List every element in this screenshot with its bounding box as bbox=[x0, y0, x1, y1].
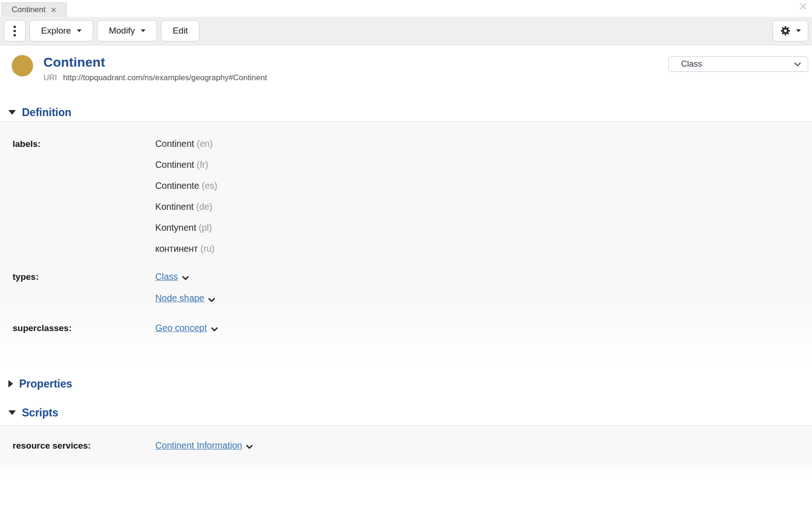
uri-label: URI bbox=[43, 73, 57, 82]
language-tag: (ru) bbox=[200, 243, 214, 254]
edit-button[interactable]: Edit bbox=[161, 20, 200, 42]
field-label: types: bbox=[13, 266, 155, 287]
link-continent-information[interactable]: Continent Information bbox=[155, 440, 242, 450]
tab-close-icon[interactable]: × bbox=[51, 5, 56, 14]
tab-bar: Continent × × bbox=[0, 0, 812, 17]
field-label: resource services: bbox=[13, 435, 155, 456]
section-body-definition: labels: Continent (en) Continent (fr) Co… bbox=[0, 121, 812, 368]
uri-value: http://topquadrant.com/ns/examples/geogr… bbox=[63, 73, 267, 82]
section-header-properties[interactable]: Properties bbox=[0, 375, 812, 393]
toolbar: Explore Modify Edit bbox=[0, 17, 812, 45]
explore-button-label: Explore bbox=[41, 26, 71, 36]
section-header-scripts[interactable]: Scripts bbox=[0, 404, 812, 422]
resource-service-value: Continent Information bbox=[155, 435, 812, 457]
explore-button[interactable]: Explore bbox=[29, 20, 93, 42]
field-row-labels: labels: Continent (en) Continent (fr) Co… bbox=[0, 133, 812, 259]
resource-avatar bbox=[12, 55, 33, 76]
language-tag: (es) bbox=[202, 180, 218, 191]
chevron-down-icon[interactable] bbox=[246, 436, 253, 457]
link-class[interactable]: Class bbox=[155, 271, 178, 282]
resource-type-select-value: Class bbox=[681, 59, 702, 69]
label-value: континент (ru) bbox=[155, 238, 812, 259]
tab-continent[interactable]: Continent × bbox=[1, 2, 67, 17]
label-value: Kontynent (pl) bbox=[155, 217, 812, 238]
language-tag: (en) bbox=[197, 138, 213, 149]
caret-down-icon bbox=[141, 29, 145, 32]
modify-button[interactable]: Modify bbox=[97, 20, 157, 42]
caret-down-icon bbox=[796, 29, 801, 32]
field-label: superclasses: bbox=[13, 318, 155, 339]
chevron-down-icon[interactable] bbox=[182, 267, 189, 288]
section-title-definition: Definition bbox=[22, 106, 71, 119]
modify-button-label: Modify bbox=[109, 26, 135, 36]
kebab-menu-button[interactable] bbox=[4, 20, 26, 42]
section-title-properties: Properties bbox=[19, 378, 72, 390]
caret-down-icon bbox=[77, 29, 82, 32]
edit-button-label: Edit bbox=[172, 26, 188, 36]
section-title-scripts: Scripts bbox=[22, 407, 58, 419]
chevron-down-icon bbox=[794, 62, 801, 67]
label-value: Continent (fr) bbox=[155, 154, 812, 175]
field-row-resource-services: resource services: Continent Information bbox=[0, 435, 812, 457]
language-tag: (pl) bbox=[199, 222, 212, 233]
link-geo-concept[interactable]: Geo concept bbox=[155, 323, 207, 333]
triangle-down-icon bbox=[8, 410, 16, 415]
gear-icon bbox=[780, 25, 791, 36]
link-node-shape[interactable]: Node shape bbox=[155, 293, 204, 303]
language-tag: (fr) bbox=[197, 159, 208, 170]
language-tag: (de) bbox=[196, 201, 213, 212]
chevron-down-icon[interactable] bbox=[208, 289, 215, 310]
field-row-types: types: Class Node shape bbox=[0, 266, 812, 310]
field-row-superclasses: superclasses: Geo concept bbox=[0, 318, 812, 339]
tab-label: Continent bbox=[12, 5, 46, 14]
resource-type-select[interactable]: Class bbox=[668, 56, 808, 72]
field-label: labels: bbox=[13, 133, 155, 154]
resource-header: Continent URIhttp://topquadrant.com/ns/e… bbox=[0, 45, 812, 104]
type-value: Class bbox=[155, 266, 812, 288]
uri-row: URIhttp://topquadrant.com/ns/examples/ge… bbox=[43, 73, 267, 83]
type-value: Node shape bbox=[155, 288, 812, 309]
section-header-definition[interactable]: Definition bbox=[0, 104, 812, 121]
window-close-icon[interactable]: × bbox=[799, 0, 807, 13]
triangle-down-icon bbox=[8, 110, 16, 115]
kebab-icon bbox=[14, 26, 16, 36]
page-title: Continent bbox=[43, 55, 267, 70]
triangle-right-icon bbox=[8, 380, 13, 388]
section-body-scripts: resource services: Continent Information bbox=[0, 425, 812, 477]
label-value: Kontinent (de) bbox=[155, 196, 812, 217]
settings-button[interactable] bbox=[772, 20, 808, 42]
chevron-down-icon[interactable] bbox=[211, 318, 218, 339]
superclass-value: Geo concept bbox=[155, 318, 812, 339]
label-value: Continent (en) bbox=[155, 133, 812, 154]
label-value: Continente (es) bbox=[155, 175, 812, 196]
